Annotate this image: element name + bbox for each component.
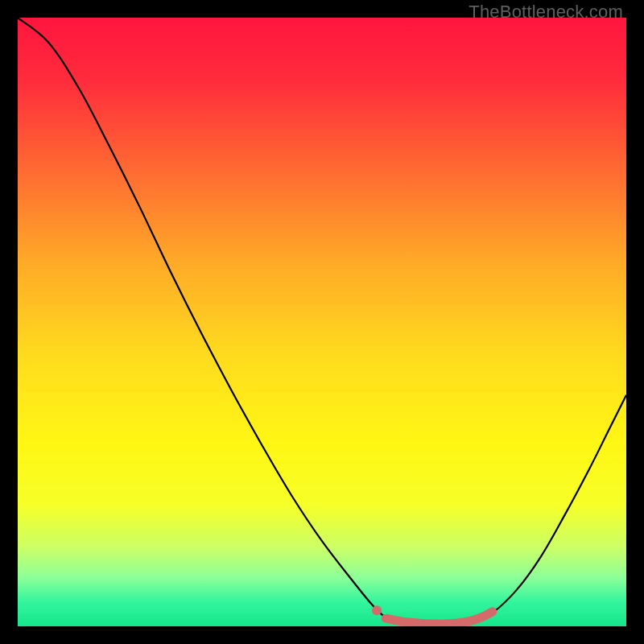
chart-frame xyxy=(18,18,626,626)
highlight-dot xyxy=(372,605,382,615)
gradient-background xyxy=(18,18,626,626)
bottleneck-chart xyxy=(18,18,626,626)
